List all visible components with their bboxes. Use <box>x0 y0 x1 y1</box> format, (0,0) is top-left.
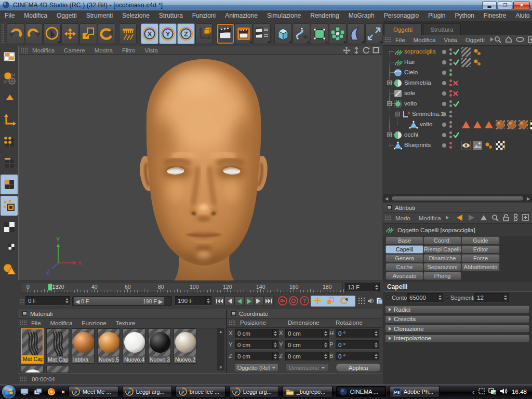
attr-tab-coord[interactable]: Coord. <box>423 236 461 245</box>
tree-item-label[interactable]: Blueprints <box>404 142 431 148</box>
render-visibility-dot[interactable] <box>449 146 452 149</box>
material-mat-cap-1[interactable]: Mat Cap <box>46 328 69 364</box>
editor-visibility-dot[interactable] <box>449 69 452 72</box>
toggle-move[interactable] <box>313 297 322 306</box>
attr-menu-arrow-icon[interactable] <box>445 215 449 221</box>
attr-add-icon[interactable] <box>522 214 529 222</box>
coord-rotation-b[interactable]: 0 ° <box>336 352 379 361</box>
tool-snap-arrows[interactable] <box>365 23 383 44</box>
start-button[interactable] <box>2 385 16 398</box>
render-visibility-dot[interactable] <box>449 115 452 117</box>
menu-personaggio[interactable]: Personaggio <box>379 12 423 19</box>
viewport-menu-filtro[interactable]: Filtro <box>117 47 140 54</box>
tray-volume-icon[interactable] <box>500 388 508 396</box>
group-radici[interactable]: Radici <box>385 305 529 313</box>
tree-item-blueprints-9[interactable]: Blueprints <box>383 140 532 151</box>
group-interpolazione[interactable]: Interpolazione <box>385 335 529 342</box>
extra-points-grid[interactable] <box>357 296 366 306</box>
viewport[interactable]: ModificaCamereMostraFiltroVista Y X Z <box>18 46 382 281</box>
grip-handle[interactable] <box>20 376 26 382</box>
head-model[interactable]: Y X Z <box>19 55 382 281</box>
tree-item-label[interactable]: volto <box>420 121 432 127</box>
quicklaunch-firefox[interactable] <box>47 387 56 396</box>
render-visibility-dot[interactable] <box>449 63 452 65</box>
coord-dimension-y[interactable]: 0 cm <box>285 340 329 350</box>
timeline-ruler[interactable]: 02040608010012014016018013 <box>21 283 343 293</box>
grip-handle[interactable] <box>20 320 26 326</box>
attr-tab-forze[interactable]: Forze <box>461 254 500 262</box>
segmenti-field[interactable]: 12 <box>474 293 509 302</box>
mode-points-mode[interactable] <box>1 132 18 152</box>
range-end-spinner[interactable]: 190 F <box>175 296 211 305</box>
mode-convert-sphere[interactable] <box>1 68 18 88</box>
mode-object-pair[interactable] <box>1 260 18 280</box>
attr-tab-phong[interactable]: Phong <box>423 272 461 280</box>
attr-tab-base[interactable]: Base <box>385 236 423 245</box>
layer-dot[interactable] <box>442 102 446 106</box>
transport-next-frame[interactable] <box>254 296 264 306</box>
editor-visibility-dot[interactable] <box>449 100 452 103</box>
menu-finestre[interactable]: Finestre <box>479 12 511 19</box>
menu-plugin[interactable]: Plugin <box>423 12 450 19</box>
viewport-pan-icon[interactable] <box>342 46 350 54</box>
menu-aiuto[interactable]: Aiuto <box>511 12 532 19</box>
menu-python[interactable]: Python <box>450 12 478 19</box>
mode-texture-mode[interactable] <box>1 217 18 237</box>
toggle-rotate[interactable] <box>340 297 348 306</box>
tool-render-settings[interactable] <box>235 23 252 44</box>
tool-move[interactable] <box>61 23 79 44</box>
attr-menu-modo[interactable]: Modo <box>391 215 415 221</box>
attr-search-icon[interactable] <box>491 214 499 222</box>
taskbar-item-adobe-ph-6[interactable]: PsAdobe Ph... <box>390 386 440 397</box>
layer-dot[interactable] <box>442 133 446 137</box>
material-nuovo-2-6[interactable]: Nuovo.2 <box>174 328 196 364</box>
om-menu-file[interactable]: File <box>391 37 409 43</box>
toolbar-grip[interactable] <box>1 23 5 44</box>
group-crescita[interactable]: Crescita <box>385 315 529 323</box>
tool-add-array[interactable] <box>329 23 347 44</box>
coord-position-x[interactable]: 0 cm <box>235 329 278 338</box>
attr-menu-modifica[interactable]: Modifica <box>415 215 445 221</box>
overflow-chevron[interactable]: » <box>61 388 65 395</box>
tool-render-queue[interactable] <box>253 23 271 44</box>
tool-rotate[interactable] <box>98 23 115 44</box>
disabled-cross-icon[interactable] <box>453 80 459 87</box>
tag-tri-icon[interactable] <box>484 120 494 129</box>
grip-handle[interactable] <box>384 215 391 221</box>
material-nuovo-4-4[interactable]: Nuovo.4 <box>123 328 145 364</box>
om-search-icon[interactable] <box>494 36 501 44</box>
om-menu-arrow-icon[interactable] <box>490 37 494 43</box>
render-visibility-dot[interactable] <box>449 73 452 76</box>
current-frame-spinner[interactable]: 13 F <box>345 283 380 292</box>
tree-item-sopracciglia-0[interactable]: sopracciglia <box>383 47 532 57</box>
attr-tab-editor[interactable]: Editor <box>461 245 500 254</box>
menu-animazione[interactable]: Animazione <box>220 12 262 19</box>
transport-go-end[interactable] <box>264 296 274 306</box>
tool-lock-z[interactable]: Z <box>177 23 195 44</box>
record-key[interactable] <box>278 296 287 305</box>
coord-rotation-h[interactable]: 0 ° <box>336 329 379 338</box>
om-add-icon[interactable] <box>528 36 532 44</box>
transport-go-start[interactable] <box>215 296 224 306</box>
attr-tab-separazioni[interactable]: Separazioni <box>423 263 461 271</box>
maximize-button[interactable]: ❐ <box>498 2 512 9</box>
range-slider-handle[interactable]: ◀ 0 F190 F ▶ <box>74 297 164 305</box>
viewport-rotate-view-icon[interactable] <box>362 46 370 54</box>
tag-eye-icon[interactable] <box>461 141 471 150</box>
material-row2-1[interactable] <box>46 366 69 373</box>
expand-toggle[interactable]: − <box>387 101 392 106</box>
menu-selezione[interactable]: Selezione <box>117 12 154 19</box>
transport-play-reverse[interactable] <box>234 296 244 306</box>
quicklaunch-show-desktop[interactable] <box>20 387 29 396</box>
tag-hatch-icon[interactable] <box>461 58 471 67</box>
taskbar-item-cinema-5[interactable]: CINEMA ... <box>336 386 386 397</box>
attr-tab-avanzato[interactable]: Avanzato <box>385 272 423 280</box>
close-button[interactable]: ✕ <box>513 2 530 9</box>
editor-visibility-dot[interactable] <box>449 90 452 92</box>
layer-dot[interactable] <box>442 112 446 116</box>
dimension-dropdown[interactable]: Dimensione <box>285 363 329 372</box>
tray-gadgets-icon[interactable] <box>478 388 485 396</box>
viewport-menu-camere[interactable]: Camere <box>59 47 90 54</box>
toggle-scale[interactable] <box>326 297 335 306</box>
frame-marker[interactable] <box>48 284 52 290</box>
